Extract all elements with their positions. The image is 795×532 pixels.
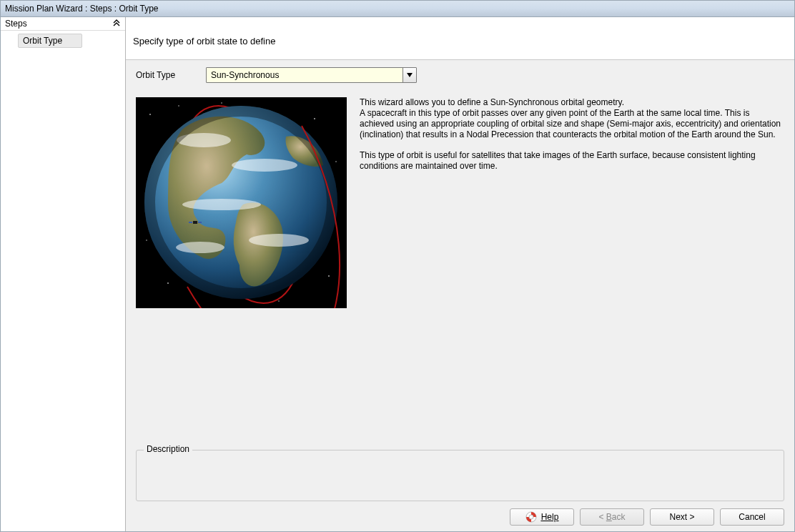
back-button-label: < Back	[598, 512, 625, 522]
steps-header-label: Steps	[5, 19, 27, 29]
spacer	[136, 308, 784, 445]
svg-point-17	[176, 242, 224, 253]
wizard-footer: Help < Back Next > Cancel	[136, 508, 784, 526]
orbit-type-value: Sun-Synchronous	[207, 70, 403, 80]
description-groupbox: Description	[136, 450, 784, 501]
svg-point-9	[278, 300, 280, 302]
svg-point-7	[167, 282, 169, 284]
orbit-type-row: Orbit Type Sun-Synchronous	[136, 67, 784, 83]
orbit-type-label: Orbit Type	[136, 70, 206, 80]
info-paragraph-1: This wizard allows you to define a Sun-S…	[360, 97, 784, 140]
svg-point-4	[314, 118, 315, 119]
cancel-button-label: Cancel	[739, 512, 765, 522]
step-item-orbit-type[interactable]: Orbit Type	[18, 34, 82, 48]
info-paragraph-2: This type of orbit is useful for satelli…	[360, 150, 784, 172]
chevron-down-icon[interactable]	[403, 68, 416, 82]
description-heading: Description	[144, 444, 192, 454]
lifebuoy-icon	[525, 511, 537, 523]
cancel-button[interactable]: Cancel	[720, 508, 784, 526]
earth-globe-icon	[136, 97, 347, 308]
svg-point-6	[146, 240, 147, 241]
svg-point-8	[328, 275, 330, 277]
help-button[interactable]: Help	[510, 508, 574, 526]
help-button-label: Help	[541, 512, 559, 522]
steps-sidebar: Steps Orbit Type	[1, 17, 126, 531]
titlebar: Mission Plan Wizard : Steps : Orbit Type	[1, 1, 794, 17]
back-button: < Back	[580, 508, 644, 526]
svg-point-5	[335, 161, 337, 162]
media-row: This wizard allows you to define a Sun-S…	[136, 97, 784, 308]
svg-point-14	[232, 159, 297, 172]
svg-rect-21	[198, 222, 202, 223]
wizard-window: Mission Plan Wizard : Steps : Orbit Type…	[0, 0, 795, 532]
main-panel: Specify type of orbit state to define Or…	[126, 17, 794, 531]
svg-point-10	[221, 102, 222, 104]
svg-point-15	[182, 199, 261, 210]
svg-point-16	[249, 234, 309, 247]
svg-point-2	[149, 114, 151, 115]
next-button[interactable]: Next >	[650, 508, 714, 526]
page-instruction: Specify type of orbit state to define	[126, 17, 794, 59]
window-body: Steps Orbit Type Specify type of orbit s…	[1, 17, 794, 531]
next-button-label: Next >	[669, 512, 694, 522]
content-area: Orbit Type Sun-Synchronous	[126, 59, 794, 531]
svg-rect-20	[189, 222, 192, 223]
svg-point-23	[529, 515, 533, 519]
svg-rect-19	[193, 221, 197, 224]
steps-list: Orbit Type	[1, 31, 125, 51]
svg-point-3	[178, 105, 179, 107]
window-title: Mission Plan Wizard : Steps : Orbit Type	[5, 4, 159, 14]
orbit-type-select[interactable]: Sun-Synchronous	[206, 67, 417, 83]
step-item-label: Orbit Type	[23, 36, 62, 46]
orbit-info-text: This wizard allows you to define a Sun-S…	[360, 97, 784, 172]
chevron-up-double-icon[interactable]	[112, 19, 121, 29]
steps-header[interactable]: Steps	[1, 17, 125, 31]
